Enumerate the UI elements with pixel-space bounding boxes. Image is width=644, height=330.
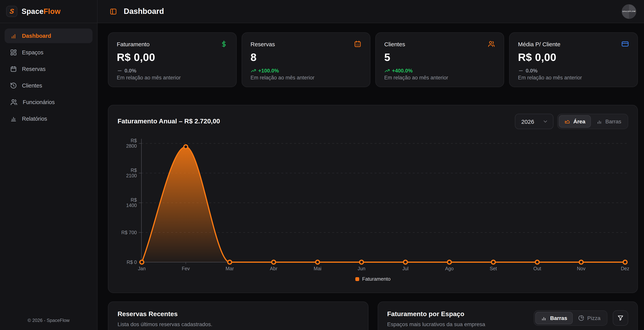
sidebar-item-reservas[interactable]: Reservas [4,62,92,76]
chart-view-toggle: Área Barras [557,114,628,129]
svg-text:Out: Out [534,266,541,271]
sidebar-item-label: Espaços [22,49,43,56]
card-subtitle: Lista dos últimos reservas cadastrados. [118,321,358,327]
area-chart-icon [564,118,570,124]
minus-icon [117,68,122,74]
pie-chart-icon [578,315,584,321]
panel-left-icon[interactable] [110,8,117,15]
stat-label: Reservas [250,41,275,47]
brand-logo-letter: S [9,8,14,15]
stat-caption: Em relação ao mês anterior [518,75,629,80]
dashboard-content: Faturamento R$ 0,00 0.0% Em relação ao m… [98,23,644,330]
main-area: Dashboard SPACEFLOW Faturamento R$ 0,00 … [98,0,644,330]
dollar-icon [220,40,228,48]
sidebar-item-label: Relatórios [22,116,47,122]
sidebar-item-clientes[interactable]: Clientes [4,78,92,93]
card-title: Reservas Recentes [118,310,358,318]
svg-text:Ago: Ago [445,266,454,271]
svg-text:Jul: Jul [402,266,408,271]
sidebar: S SpaceFlow Dashboard Espaços Reservas C… [0,0,98,330]
year-select[interactable]: 2026 [515,114,553,129]
chevron-down-icon [542,118,548,124]
sidebar-item-label: Dashboard [22,33,51,39]
svg-text:2100: 2100 [126,173,137,178]
sidebar-item-funcionarios[interactable]: Funcionários [4,95,92,110]
stat-caption: Em relação ao mês anterior [384,75,495,80]
sidebar-item-label: Clientes [22,82,42,89]
sidebar-item-relatorios[interactable]: Relatórios [4,112,92,126]
bars-view-button[interactable]: Barras [591,115,627,128]
copyright-text: © 2026 - SpaceFlow [0,311,97,330]
avatar[interactable]: SPACEFLOW [622,4,636,19]
users-icon [10,98,18,106]
bar-columns-icon [596,118,602,124]
history-icon [10,82,17,89]
area-chart-canvas: R$2800R$2100R$1400R$ 700R$ 0JanFevMarAbr… [118,134,629,273]
svg-text:Nov: Nov [577,266,586,271]
svg-text:R$: R$ [131,197,137,202]
sidebar-item-label: Funcionários [23,99,55,105]
stats-row: Faturamento R$ 0,00 0.0% Em relação ao m… [108,32,638,87]
recent-reservations-card: Reservas Recentes Lista dos últimos rese… [108,302,368,330]
brand-header: S SpaceFlow [0,0,97,23]
brand-name: SpaceFlow [22,7,60,16]
svg-text:Abr: Abr [270,266,278,271]
minus-icon [518,68,524,74]
annual-revenue-card: Faturamento Anual – R$ 2.720,00 2026 Áre… [108,105,638,293]
sidebar-item-label: Reservas [22,66,46,72]
stat-delta: +400.0% [384,68,495,74]
legend-swatch [355,277,359,281]
layout-grid-icon [10,49,17,56]
stat-label: Clientes [384,41,405,47]
card-title: Faturamento por Espaço [387,310,485,318]
users-icon [488,40,495,48]
stat-delta: 0.0% [518,68,629,74]
svg-text:R$ 0: R$ 0 [126,260,137,265]
bottom-row: Reservas Recentes Lista dos últimos rese… [108,302,638,330]
svg-text:1400: 1400 [126,202,137,208]
stat-value: 8 [250,51,362,64]
topbar: Dashboard SPACEFLOW [98,0,644,23]
svg-text:R$: R$ [131,138,137,143]
calendar-icon [10,66,17,72]
svg-text:Jun: Jun [358,266,365,271]
sidebar-item-espacos[interactable]: Espaços [4,45,92,60]
svg-text:R$: R$ [131,168,137,173]
stat-label: Faturamento [117,41,150,47]
sidebar-item-dashboard[interactable]: Dashboard [4,28,92,43]
app-window: S SpaceFlow Dashboard Espaços Reservas C… [0,0,644,330]
stat-delta: 0.0% [117,68,228,74]
trending-up-icon [384,68,390,74]
credit-card-icon [621,40,629,48]
stat-caption: Em relação ao mês anterior [250,75,362,80]
stat-card-reservas: Reservas 8 +100.0% Em relação ao mês ant… [242,32,370,87]
area-chart[interactable]: R$2800R$2100R$1400R$ 700R$ 0JanFevMarAbr… [118,134,628,273]
bars-view-button[interactable]: Barras [536,312,573,324]
stat-value: 5 [384,51,495,64]
sidebar-nav: Dashboard Espaços Reservas Clientes Func… [0,23,97,132]
trending-up-icon [250,68,256,74]
report-chart-icon [10,115,17,122]
card-subtitle: Espaços mais lucrativos da sua empresa [387,321,485,327]
stat-label: Média P/ Cliente [518,41,560,47]
bar-columns-icon [541,315,547,321]
pie-view-button[interactable]: Pizza [573,312,606,324]
svg-text:Set: Set [490,266,497,271]
svg-text:Mar: Mar [226,266,234,271]
stat-value: R$ 0,00 [518,51,629,64]
legend-label: Faturamento [362,276,390,282]
stat-card-clientes: Clientes 5 +400.0% Em relação ao mês ant… [376,32,504,87]
funnel-icon [617,314,624,322]
area-view-button[interactable]: Área [559,115,590,128]
stat-value: R$ 0,00 [117,51,228,64]
calendar-icon [354,40,362,48]
space-chart-view-toggle: Barras Pizza [534,310,608,326]
filter-button[interactable] [613,310,628,326]
svg-text:Mai: Mai [314,266,322,271]
chart-legend: Faturamento [118,276,628,282]
svg-text:Fev: Fev [182,266,190,271]
page-title: Dashboard [124,7,164,16]
revenue-by-space-card: Faturamento por Espaço Espaços mais lucr… [378,302,638,330]
svg-text:Jan: Jan [138,266,146,271]
brand-logo: S [6,6,17,17]
